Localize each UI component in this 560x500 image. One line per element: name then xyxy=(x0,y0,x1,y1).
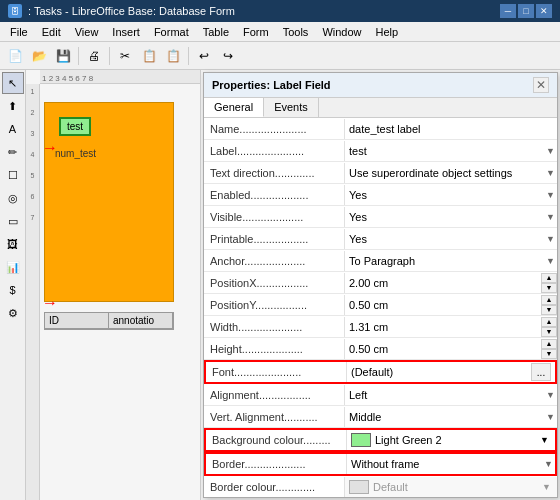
text-tool[interactable]: A xyxy=(2,118,24,140)
prop-input-dropdown-1[interactable] xyxy=(349,145,553,157)
prop-label-16: Border colour............. xyxy=(204,479,344,495)
menu-bar: File Edit View Insert Format Table Form … xyxy=(0,22,560,42)
spin-down-9[interactable]: ▼ xyxy=(541,327,557,337)
draw-tool[interactable]: ✏ xyxy=(2,141,24,163)
table-col-id: ID xyxy=(45,313,109,328)
prop-value-13[interactable]: Middle▼ xyxy=(344,407,557,427)
prop-value-12[interactable]: Left▼ xyxy=(344,385,557,405)
prop-label-7: PositionX................. xyxy=(204,275,344,291)
prop-label-3: Enabled................... xyxy=(204,187,344,203)
prop-value-0[interactable] xyxy=(344,119,557,139)
color-arrow-16: ▼ xyxy=(542,482,551,492)
checkbox-tool[interactable]: ☐ xyxy=(2,164,24,186)
panel-inner: 1 2 3 4 5 6 7 → test num_test xyxy=(26,84,200,500)
menu-window[interactable]: Window xyxy=(316,25,367,39)
table-control[interactable]: ID annotatio xyxy=(44,312,174,330)
prop-row-5: Printable..................Yes▼ xyxy=(204,228,557,250)
prop-row-0: Name...................... xyxy=(204,118,557,140)
image-tool[interactable]: 🖼 xyxy=(2,233,24,255)
copy-button[interactable]: 📋 xyxy=(138,45,160,67)
color-arrow-14: ▼ xyxy=(540,435,549,445)
menu-tools[interactable]: Tools xyxy=(277,25,315,39)
prop-value-16[interactable]: Default▼ xyxy=(344,477,557,497)
menu-file[interactable]: File xyxy=(4,25,34,39)
prop-label-0: Name...................... xyxy=(204,121,344,137)
toolbar-separator-1 xyxy=(78,47,79,65)
prop-value-14[interactable]: Light Green 2▼ xyxy=(346,430,555,450)
menu-view[interactable]: View xyxy=(69,25,105,39)
prop-value-11[interactable]: (Default)... xyxy=(346,362,555,382)
dots-button-11[interactable]: ... xyxy=(531,363,551,381)
prop-value-1[interactable]: ▼ xyxy=(344,141,557,161)
spin-input-9[interactable] xyxy=(349,321,553,333)
spin-input-8[interactable] xyxy=(349,299,553,311)
prop-value-7[interactable]: ▲▼ xyxy=(344,273,557,293)
props-title: Properties: Label Field xyxy=(212,79,331,91)
cut-button[interactable]: ✂ xyxy=(114,45,136,67)
prop-row-6: Anchor....................To Paragraph▼ xyxy=(204,250,557,272)
spin-input-10[interactable] xyxy=(349,343,553,355)
prop-value-8[interactable]: ▲▼ xyxy=(344,295,557,315)
props-close-button[interactable]: ✕ xyxy=(533,77,549,93)
spin-up-8[interactable]: ▲ xyxy=(541,295,557,305)
prop-value-5[interactable]: Yes▼ xyxy=(344,229,557,249)
properties-panel: Properties: Label Field ✕ General Events… xyxy=(203,72,558,498)
menu-help[interactable]: Help xyxy=(370,25,405,39)
radio-tool[interactable]: ◎ xyxy=(2,187,24,209)
spin-up-7[interactable]: ▲ xyxy=(541,273,557,283)
spin-down-7[interactable]: ▼ xyxy=(541,283,557,293)
prop-value-6[interactable]: To Paragraph▼ xyxy=(344,251,557,271)
prop-value-15[interactable]: Without frame▼ xyxy=(346,454,555,474)
test-label-element[interactable]: test xyxy=(59,117,91,136)
tab-events[interactable]: Events xyxy=(264,98,319,117)
table-control-tool[interactable]: 📊 xyxy=(2,256,24,278)
dropdown-value-15: Without frame xyxy=(351,458,551,470)
prop-value-9[interactable]: ▲▼ xyxy=(344,317,557,337)
redo-button[interactable]: ↪ xyxy=(217,45,239,67)
tab-order-tool[interactable]: ⬆ xyxy=(2,95,24,117)
dropdown-value-4: Yes xyxy=(349,211,553,223)
tab-general[interactable]: General xyxy=(204,98,264,117)
close-button[interactable]: ✕ xyxy=(536,4,552,18)
spin-up-9[interactable]: ▲ xyxy=(541,317,557,327)
prop-label-4: Visible.................... xyxy=(204,209,344,225)
prop-label-2: Text direction............. xyxy=(204,165,344,181)
print-button[interactable]: 🖨 xyxy=(83,45,105,67)
prop-row-16: Border colour.............Default▼ xyxy=(204,476,557,497)
menu-edit[interactable]: Edit xyxy=(36,25,67,39)
menu-form[interactable]: Form xyxy=(237,25,275,39)
prop-input-0[interactable] xyxy=(349,123,553,135)
toolbar-separator-3 xyxy=(188,47,189,65)
undo-button[interactable]: ↩ xyxy=(193,45,215,67)
settings-tool[interactable]: ⚙ xyxy=(2,302,24,324)
spin-up-10[interactable]: ▲ xyxy=(541,339,557,349)
prop-value-10[interactable]: ▲▼ xyxy=(344,339,557,359)
minimize-button[interactable]: ─ xyxy=(500,4,516,18)
dropdown-value-5: Yes xyxy=(349,233,553,245)
arrow-indicator-table: → xyxy=(42,294,58,312)
save-button[interactable]: 💾 xyxy=(52,45,74,67)
menu-format[interactable]: Format xyxy=(148,25,195,39)
title-bar-text: : Tasks - LibreOffice Base: Database For… xyxy=(28,5,235,17)
side-toolbar: ↖ ⬆ A ✏ ☐ ◎ ▭ 🖼 📊 $ ⚙ xyxy=(0,70,26,500)
prop-value-4[interactable]: Yes▼ xyxy=(344,207,557,227)
spin-input-7[interactable] xyxy=(349,277,553,289)
maximize-button[interactable]: □ xyxy=(518,4,534,18)
currency-tool[interactable]: $ xyxy=(2,279,24,301)
menu-table[interactable]: Table xyxy=(197,25,235,39)
prop-row-4: Visible....................Yes▼ xyxy=(204,206,557,228)
open-button[interactable]: 📂 xyxy=(28,45,50,67)
new-button[interactable]: 📄 xyxy=(4,45,26,67)
dropdown-value-2: Use superordinate object settings xyxy=(349,167,553,179)
props-header: Properties: Label Field ✕ xyxy=(204,73,557,98)
spin-down-10[interactable]: ▼ xyxy=(541,349,557,359)
rect-tool[interactable]: ▭ xyxy=(2,210,24,232)
toolbar: 📄 📂 💾 🖨 ✂ 📋 📋 ↩ ↪ xyxy=(0,42,560,70)
prop-value-2[interactable]: Use superordinate object settings▼ xyxy=(344,163,557,183)
spin-down-8[interactable]: ▼ xyxy=(541,305,557,315)
select-tool[interactable]: ↖ xyxy=(2,72,24,94)
title-bar: 🗄 : Tasks - LibreOffice Base: Database F… xyxy=(0,0,560,22)
menu-insert[interactable]: Insert xyxy=(106,25,146,39)
prop-value-3[interactable]: Yes▼ xyxy=(344,185,557,205)
paste-button[interactable]: 📋 xyxy=(162,45,184,67)
